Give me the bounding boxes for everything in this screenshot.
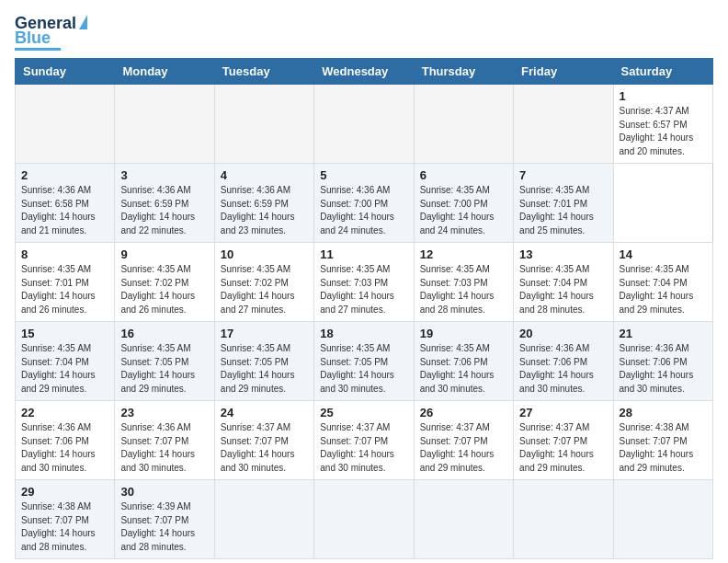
- calendar-day-8: 8Sunrise: 4:35 AMSunset: 7:01 PMDaylight…: [16, 243, 115, 322]
- empty-cell: [613, 480, 712, 559]
- calendar-day-29: 29Sunrise: 4:38 AMSunset: 7:07 PMDayligh…: [16, 480, 115, 559]
- calendar-day-26: 26Sunrise: 4:37 AMSunset: 7:07 PMDayligh…: [414, 401, 513, 480]
- day-number: 8: [21, 247, 108, 261]
- calendar-header: SundayMondayTuesdayWednesdayThursdayFrid…: [16, 59, 713, 85]
- day-number: 11: [320, 247, 407, 261]
- day-info: Sunrise: 4:35 AMSunset: 7:03 PMDaylight:…: [420, 264, 495, 315]
- day-number: 6: [420, 168, 507, 182]
- empty-cell: [414, 85, 513, 164]
- calendar-day-27: 27Sunrise: 4:37 AMSunset: 7:07 PMDayligh…: [514, 401, 613, 480]
- weekday-header-tuesday: Tuesday: [214, 59, 313, 85]
- day-info: Sunrise: 4:35 AMSunset: 7:04 PMDaylight:…: [21, 343, 96, 394]
- empty-cell: [214, 85, 313, 164]
- day-info: Sunrise: 4:36 AMSunset: 6:59 PMDaylight:…: [120, 185, 195, 236]
- calendar-week-2: 2Sunrise: 4:36 AMSunset: 6:58 PMDaylight…: [16, 164, 713, 243]
- weekday-header-saturday: Saturday: [613, 59, 712, 85]
- calendar-day-12: 12Sunrise: 4:35 AMSunset: 7:03 PMDayligh…: [414, 243, 513, 322]
- day-info: Sunrise: 4:35 AMSunset: 7:00 PMDaylight:…: [420, 185, 495, 236]
- day-info: Sunrise: 4:35 AMSunset: 7:01 PMDaylight:…: [21, 264, 96, 315]
- calendar-day-18: 18Sunrise: 4:35 AMSunset: 7:05 PMDayligh…: [314, 322, 414, 401]
- calendar-day-20: 20Sunrise: 4:36 AMSunset: 7:06 PMDayligh…: [514, 322, 613, 401]
- calendar-day-23: 23Sunrise: 4:36 AMSunset: 7:07 PMDayligh…: [115, 401, 214, 480]
- calendar-day-16: 16Sunrise: 4:35 AMSunset: 7:05 PMDayligh…: [115, 322, 214, 401]
- empty-cell: [214, 480, 313, 559]
- day-info: Sunrise: 4:35 AMSunset: 7:02 PMDaylight:…: [221, 264, 295, 315]
- day-number: 15: [21, 327, 108, 340]
- day-number: 17: [221, 327, 308, 340]
- day-info: Sunrise: 4:38 AMSunset: 7:07 PMDaylight:…: [620, 422, 694, 473]
- calendar-day-15: 15Sunrise: 4:35 AMSunset: 7:04 PMDayligh…: [16, 322, 115, 401]
- day-info: Sunrise: 4:36 AMSunset: 7:06 PMDaylight:…: [519, 343, 594, 394]
- day-number: 16: [120, 327, 208, 340]
- weekday-header-monday: Monday: [115, 59, 214, 85]
- calendar-day-19: 19Sunrise: 4:35 AMSunset: 7:06 PMDayligh…: [414, 322, 513, 401]
- calendar-week-4: 15Sunrise: 4:35 AMSunset: 7:04 PMDayligh…: [16, 322, 713, 401]
- day-info: Sunrise: 4:35 AMSunset: 7:06 PMDaylight:…: [420, 343, 495, 394]
- calendar-day-22: 22Sunrise: 4:36 AMSunset: 7:06 PMDayligh…: [16, 401, 115, 480]
- day-number: 30: [120, 485, 208, 499]
- day-info: Sunrise: 4:35 AMSunset: 7:01 PMDaylight:…: [519, 185, 594, 236]
- calendar-day-30: 30Sunrise: 4:39 AMSunset: 7:07 PMDayligh…: [115, 480, 214, 559]
- day-number: 5: [320, 168, 407, 182]
- day-number: 18: [320, 327, 407, 340]
- weekday-header-sunday: Sunday: [16, 59, 115, 85]
- day-info: Sunrise: 4:36 AMSunset: 7:00 PMDaylight:…: [320, 185, 394, 236]
- day-number: 29: [21, 485, 108, 499]
- calendar-day-10: 10Sunrise: 4:35 AMSunset: 7:02 PMDayligh…: [214, 243, 313, 322]
- weekday-header-thursday: Thursday: [414, 59, 513, 85]
- day-info: Sunrise: 4:39 AMSunset: 7:07 PMDaylight:…: [120, 501, 195, 552]
- calendar-day-3: 3Sunrise: 4:36 AMSunset: 6:59 PMDaylight…: [115, 164, 214, 243]
- day-number: 27: [519, 406, 607, 419]
- day-number: 12: [420, 247, 507, 261]
- calendar-week-1: 1Sunrise: 4:37 AMSunset: 6:57 PMDaylight…: [16, 85, 713, 164]
- calendar-day-9: 9Sunrise: 4:35 AMSunset: 7:02 PMDaylight…: [115, 243, 214, 322]
- day-info: Sunrise: 4:36 AMSunset: 7:06 PMDaylight:…: [21, 422, 96, 473]
- day-info: Sunrise: 4:37 AMSunset: 7:07 PMDaylight:…: [519, 422, 594, 473]
- day-number: 19: [420, 327, 507, 340]
- empty-cell: [414, 480, 513, 559]
- day-number: 22: [21, 406, 108, 419]
- day-number: 4: [221, 168, 308, 182]
- weekday-header-friday: Friday: [514, 59, 613, 85]
- day-number: 21: [620, 327, 707, 340]
- logo-text-blue: Blue: [15, 29, 51, 46]
- empty-cell: [314, 480, 414, 559]
- calendar-day-11: 11Sunrise: 4:35 AMSunset: 7:03 PMDayligh…: [314, 243, 414, 322]
- empty-cell: [16, 85, 115, 164]
- calendar-day-28: 28Sunrise: 4:38 AMSunset: 7:07 PMDayligh…: [613, 401, 712, 480]
- weekday-header-row: SundayMondayTuesdayWednesdayThursdayFrid…: [16, 59, 713, 85]
- day-info: Sunrise: 4:35 AMSunset: 7:02 PMDaylight:…: [120, 264, 195, 315]
- empty-cell: [314, 85, 414, 164]
- empty-cell: [514, 85, 613, 164]
- calendar-day-13: 13Sunrise: 4:35 AMSunset: 7:04 PMDayligh…: [514, 243, 613, 322]
- logo-underline: [15, 48, 61, 51]
- calendar-day-2: 2Sunrise: 4:36 AMSunset: 6:58 PMDaylight…: [16, 164, 115, 243]
- calendar-day-17: 17Sunrise: 4:35 AMSunset: 7:05 PMDayligh…: [214, 322, 313, 401]
- calendar-week-3: 8Sunrise: 4:35 AMSunset: 7:01 PMDaylight…: [16, 243, 713, 322]
- calendar-day-7: 7Sunrise: 4:35 AMSunset: 7:01 PMDaylight…: [514, 164, 613, 243]
- day-number: 20: [519, 327, 607, 340]
- day-number: 25: [320, 406, 407, 419]
- day-info: Sunrise: 4:36 AMSunset: 7:06 PMDaylight:…: [620, 343, 694, 394]
- calendar-day-14: 14Sunrise: 4:35 AMSunset: 7:04 PMDayligh…: [613, 243, 712, 322]
- day-info: Sunrise: 4:35 AMSunset: 7:05 PMDaylight:…: [221, 343, 295, 394]
- calendar-day-4: 4Sunrise: 4:36 AMSunset: 6:59 PMDaylight…: [214, 164, 313, 243]
- day-info: Sunrise: 4:37 AMSunset: 7:07 PMDaylight:…: [320, 422, 394, 473]
- day-info: Sunrise: 4:38 AMSunset: 7:07 PMDaylight:…: [21, 501, 96, 552]
- calendar-week-5: 22Sunrise: 4:36 AMSunset: 7:06 PMDayligh…: [16, 401, 713, 480]
- day-number: 24: [221, 406, 308, 419]
- day-info: Sunrise: 4:37 AMSunset: 7:07 PMDaylight:…: [420, 422, 495, 473]
- calendar-day-24: 24Sunrise: 4:37 AMSunset: 7:07 PMDayligh…: [214, 401, 313, 480]
- calendar-week-6: 29Sunrise: 4:38 AMSunset: 7:07 PMDayligh…: [16, 480, 713, 559]
- page-header: General Blue: [15, 15, 713, 51]
- day-info: Sunrise: 4:35 AMSunset: 7:05 PMDaylight:…: [320, 343, 394, 394]
- day-number: 10: [221, 247, 308, 261]
- day-info: Sunrise: 4:35 AMSunset: 7:04 PMDaylight:…: [519, 264, 594, 315]
- day-number: 3: [120, 168, 208, 182]
- calendar-day-21: 21Sunrise: 4:36 AMSunset: 7:06 PMDayligh…: [613, 322, 712, 401]
- day-info: Sunrise: 4:36 AMSunset: 6:58 PMDaylight:…: [21, 185, 96, 236]
- day-info: Sunrise: 4:36 AMSunset: 7:07 PMDaylight:…: [120, 422, 195, 473]
- day-number: 28: [620, 406, 707, 419]
- weekday-header-wednesday: Wednesday: [314, 59, 414, 85]
- day-info: Sunrise: 4:35 AMSunset: 7:03 PMDaylight:…: [320, 264, 394, 315]
